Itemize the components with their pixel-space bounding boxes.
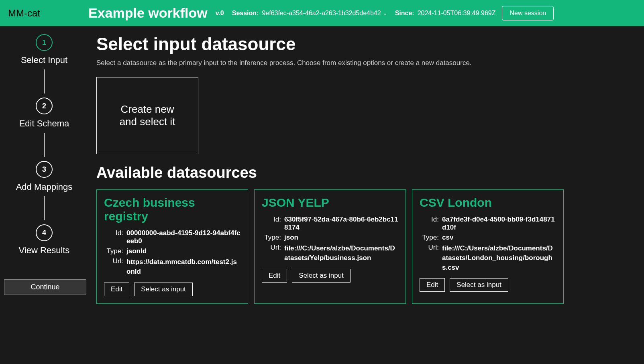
datasource-type: jsonld: [126, 247, 240, 255]
session-value: 9ef63fec-a354-46a2-a263-1b32d5de4b42: [262, 10, 381, 17]
step-view-results[interactable]: 4 View Results: [19, 224, 70, 256]
datasource-url: file:///C:/Users/alzbe/Documents/Dataset…: [284, 244, 398, 263]
chevron-down-icon: ⌄: [383, 10, 387, 16]
session-dropdown[interactable]: 9ef63fec-a354-46a2-a263-1b32d5de4b42 ⌄: [262, 10, 395, 17]
id-label: Id:: [262, 216, 281, 232]
select-as-input-button[interactable]: Select as input: [450, 278, 508, 292]
datasource-title: Czech business registry: [104, 196, 240, 223]
type-label: Type:: [104, 247, 123, 255]
datasource-id: 630f5f97-52da-467a-80b6-6eb2bc118174: [284, 216, 398, 232]
datasource-type: csv: [442, 234, 556, 242]
select-as-input-button[interactable]: Select as input: [134, 283, 193, 296]
step-select-input[interactable]: 1 Select Input: [21, 34, 67, 65]
datasource-title: JSON YELP: [262, 196, 398, 209]
datasource-url: https://data.mmcatdb.com/test2.jsonld: [126, 257, 240, 277]
datasource-card-yelp: JSON YELP Id: 630f5f97-52da-467a-80b6-6e…: [254, 189, 406, 304]
header: MM-cat Example workflow v.0 Session: 9ef…: [0, 0, 644, 26]
step-edit-schema[interactable]: 2 Edit Schema: [19, 98, 69, 129]
step-label-1: Select Input: [21, 55, 67, 65]
select-as-input-button[interactable]: Select as input: [292, 269, 351, 283]
datasource-cards: Czech business registry Id: 00000000-aab…: [96, 189, 636, 304]
url-label: Url:: [420, 244, 439, 272]
page-title: Select input datasource: [96, 34, 636, 54]
new-session-button[interactable]: New session: [502, 6, 554, 20]
step-number-4: 4: [36, 224, 53, 241]
type-label: Type:: [262, 234, 281, 242]
step-label-3: Add Mappings: [16, 182, 73, 192]
create-new-line2: and select it: [120, 116, 175, 128]
continue-button[interactable]: Continue: [4, 279, 86, 295]
sidebar: 1 Select Input 2 Edit Schema 3 Add Mappi…: [0, 34, 88, 304]
available-datasources-title: Available datasources: [96, 164, 636, 181]
datasource-title: CSV London: [420, 196, 556, 209]
edit-button[interactable]: Edit: [104, 283, 129, 296]
step-add-mappings[interactable]: 3 Add Mappings: [16, 161, 73, 192]
page-subtitle: Select a datasource as the primary input…: [96, 59, 636, 67]
datasource-url: file:///C:/Users/alzbe/Documents/Dataset…: [442, 244, 556, 272]
logo: MM-cat: [8, 8, 88, 19]
id-label: Id:: [420, 216, 439, 232]
step-connector: [44, 196, 45, 220]
step-connector: [44, 69, 45, 94]
session-label: Session:: [232, 10, 259, 17]
create-new-datasource-button[interactable]: Create new and select it: [96, 77, 198, 154]
since-label: Since:: [395, 10, 414, 17]
datasource-id: 00000000-aabd-4195-9d12-94abf4fceeb0: [126, 229, 240, 245]
step-label-4: View Results: [19, 245, 70, 256]
datasource-card-czech: Czech business registry Id: 00000000-aab…: [96, 189, 248, 304]
version: v.0: [216, 10, 224, 17]
datasource-type: json: [284, 234, 398, 242]
datasource-id: 6a7fde3f-d0e4-4500-bb09-f3d14871d10f: [442, 216, 556, 232]
edit-button[interactable]: Edit: [420, 278, 445, 292]
step-label-2: Edit Schema: [19, 118, 69, 129]
step-number-2: 2: [36, 98, 53, 114]
step-connector: [44, 133, 45, 157]
create-new-line1: Create new: [121, 103, 174, 116]
datasource-card-london: CSV London Id: 6a7fde3f-d0e4-4500-bb09-f…: [412, 189, 564, 304]
id-label: Id:: [104, 229, 123, 245]
since-value: 2024-11-05T06:39:49.969Z: [418, 10, 496, 17]
url-label: Url:: [262, 244, 281, 263]
step-number-1: 1: [36, 34, 53, 51]
type-label: Type:: [420, 234, 439, 242]
step-number-3: 3: [36, 161, 53, 178]
main-content: Select input datasource Select a datasou…: [88, 34, 644, 304]
edit-button[interactable]: Edit: [262, 269, 287, 283]
url-label: Url:: [104, 257, 123, 277]
workflow-title: Example workflow: [88, 5, 208, 21]
